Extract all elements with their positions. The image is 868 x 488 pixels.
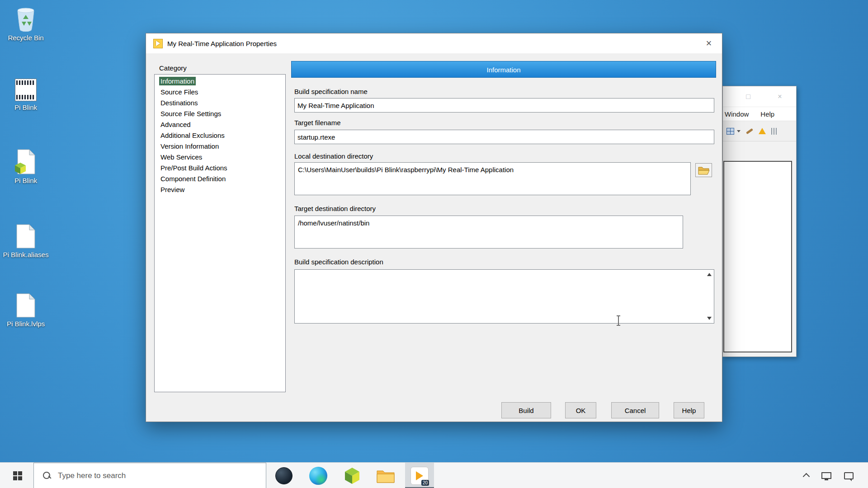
build-spec-name-input[interactable] xyxy=(294,98,714,113)
file-explorer-icon xyxy=(377,469,395,483)
category-item-label: Additional Exclusions xyxy=(159,131,226,140)
text-cursor-ibeam xyxy=(616,315,621,326)
edge-icon xyxy=(309,467,327,485)
taskbar-app-file-explorer[interactable] xyxy=(371,463,400,488)
taskbar-search[interactable] xyxy=(33,463,266,488)
category-item-version-information[interactable]: Version Information xyxy=(155,141,285,152)
properties-dialog: My Real-Time Application Properties × Ca… xyxy=(146,33,722,422)
menu-help[interactable]: Help xyxy=(760,110,774,118)
category-item-label: Version Information xyxy=(159,142,220,150)
search-input[interactable] xyxy=(58,471,230,480)
category-item-destinations[interactable]: Destinations xyxy=(155,98,285,108)
menu-window[interactable]: Window xyxy=(725,110,749,118)
taskbar-app-edge[interactable] xyxy=(304,463,333,488)
category-item-label: Advanced xyxy=(159,120,192,129)
desktop-icon-label: Pi Blink.lvlps xyxy=(1,320,51,328)
desktop-icon-recycle-bin[interactable]: Recycle Bin xyxy=(1,5,51,42)
file-icon xyxy=(1,222,51,249)
close-icon[interactable]: × xyxy=(770,86,790,107)
desktop-icon-pi-blink-vi[interactable]: Pi Blink xyxy=(1,75,51,112)
category-item-label: Source Files xyxy=(159,88,199,96)
category-item-advanced[interactable]: Advanced xyxy=(155,119,285,130)
taskbar-app-dark-circle[interactable] xyxy=(269,463,298,488)
menubar: Window Help xyxy=(723,107,796,121)
search-icon xyxy=(43,472,51,480)
local-destination-input[interactable]: C:\Users\MainUser\builds\Pi Blink\raspbe… xyxy=(294,162,691,195)
windows-logo-icon xyxy=(13,471,22,480)
category-item-additional-exclusions[interactable]: Additional Exclusions xyxy=(155,130,285,141)
background-window-titlebar[interactable]: □ × xyxy=(723,86,796,107)
category-item-label: Destinations xyxy=(159,99,199,107)
cancel-button[interactable]: Cancel xyxy=(611,402,659,418)
desktop-icon-label: Recycle Bin xyxy=(1,34,51,42)
scrollbar[interactable] xyxy=(704,270,714,323)
labview-app-icon xyxy=(153,39,163,48)
hidden-icons-chevron-icon[interactable] xyxy=(803,473,810,480)
category-item-web-services[interactable]: Web Services xyxy=(155,152,285,163)
dialog-titlebar[interactable]: My Real-Time Application Properties × xyxy=(146,33,722,53)
local-destination-label: Local destination directory xyxy=(294,152,373,160)
browse-folder-button[interactable] xyxy=(695,163,712,177)
category-item-label: Preview xyxy=(159,185,186,194)
background-window[interactable]: □ × Window Help xyxy=(722,86,797,357)
close-icon[interactable]: × xyxy=(702,37,716,50)
category-item-label: Information xyxy=(159,77,196,85)
target-destination-input[interactable]: /home/lvuser/natinst/bin xyxy=(294,216,683,249)
dialog-title: My Real-Time Application Properties xyxy=(167,40,277,47)
ok-button[interactable]: OK xyxy=(565,402,596,418)
labview-version-badge: 20 xyxy=(421,480,429,486)
start-button[interactable] xyxy=(5,463,31,488)
open-folder-icon xyxy=(698,166,710,175)
recycle-bin-icon xyxy=(1,5,51,32)
align-objects-icon[interactable] xyxy=(726,128,734,135)
desktop-icon-label: Pi Blink.aliases xyxy=(1,251,51,259)
target-destination-value: /home/lvuser/natinst/bin xyxy=(298,219,369,227)
toolbar xyxy=(723,121,796,141)
cube-app-icon xyxy=(344,467,360,485)
taskbar: 20 xyxy=(0,462,868,488)
category-item-label: Component Definition xyxy=(159,174,227,183)
category-item-source-files[interactable]: Source Files xyxy=(155,87,285,98)
maximize-icon[interactable]: □ xyxy=(738,86,758,107)
distribute-objects-icon[interactable] xyxy=(746,128,753,134)
category-item-preview[interactable]: Preview xyxy=(155,184,285,195)
reorder-icon[interactable] xyxy=(771,128,778,135)
chevron-down-icon[interactable] xyxy=(737,130,741,132)
category-item-label: Pre/Post Build Actions xyxy=(159,164,229,172)
build-spec-name-label: Build specification name xyxy=(294,88,368,95)
display-icon[interactable] xyxy=(821,472,831,479)
description-textarea[interactable] xyxy=(294,269,714,324)
labview-vi-icon xyxy=(1,75,51,101)
action-center-icon[interactable] xyxy=(844,472,854,479)
labview-icon: 20 xyxy=(410,467,429,485)
help-button[interactable]: Help xyxy=(674,402,704,418)
system-tray xyxy=(804,463,868,488)
category-list: Information Source Files Destinations So… xyxy=(154,74,286,392)
warning-icon[interactable] xyxy=(759,128,766,134)
dark-circle-app-icon xyxy=(275,467,292,484)
target-filename-label: Target filename xyxy=(294,119,341,127)
build-button[interactable]: Build xyxy=(501,402,551,418)
front-panel-canvas[interactable] xyxy=(723,161,792,352)
panel-header: Information xyxy=(291,61,716,78)
desktop-icon-pi-blink-lvlps[interactable]: Pi Blink.lvlps xyxy=(1,291,51,328)
category-item-label: Web Services xyxy=(159,153,203,161)
category-item-component-definition[interactable]: Component Definition xyxy=(155,174,285,184)
taskbar-app-labview[interactable]: 20 xyxy=(405,463,434,488)
scroll-up-icon[interactable] xyxy=(705,271,713,278)
target-destination-label: Target destination directory xyxy=(294,205,376,212)
taskbar-app-cube[interactable] xyxy=(338,463,367,488)
local-destination-value: C:\Users\MainUser\builds\Pi Blink\raspbe… xyxy=(298,166,514,174)
scroll-down-icon[interactable] xyxy=(705,314,713,322)
description-label: Build specification description xyxy=(294,258,383,266)
category-item-information[interactable]: Information xyxy=(155,76,285,87)
desktop-icon-label: Pi Blink xyxy=(1,177,51,185)
category-item-source-file-settings[interactable]: Source File Settings xyxy=(155,108,285,119)
desktop-icon-pi-blink-aliases[interactable]: Pi Blink.aliases xyxy=(1,222,51,259)
category-item-label: Source File Settings xyxy=(159,109,222,118)
target-filename-input[interactable] xyxy=(294,130,714,144)
file-icon xyxy=(1,291,51,318)
category-item-pre-post-build-actions[interactable]: Pre/Post Build Actions xyxy=(155,163,285,174)
desktop-icon-pi-blink-project[interactable]: Pi Blink xyxy=(1,148,51,185)
category-label: Category xyxy=(159,64,187,72)
